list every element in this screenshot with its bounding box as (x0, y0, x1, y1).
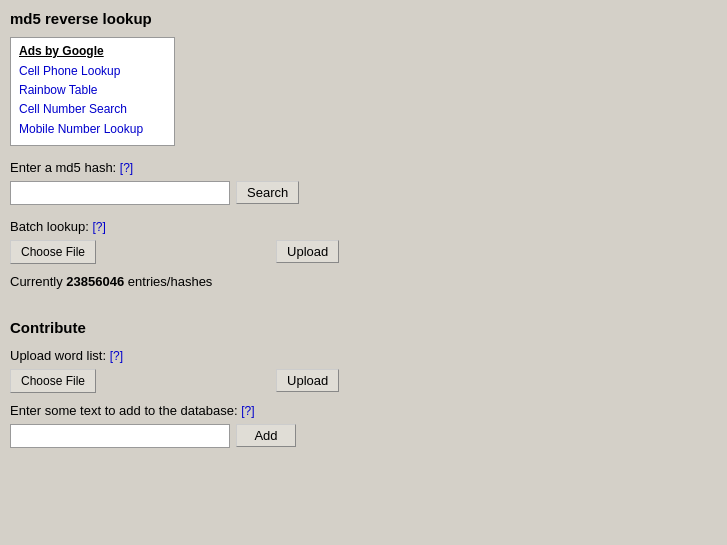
batch-upload-button[interactable]: Upload (276, 240, 339, 263)
add-button[interactable]: Add (236, 424, 296, 447)
add-text-help-link[interactable]: [?] (241, 404, 254, 418)
ads-title: Ads by Google (19, 44, 166, 58)
entries-text: Currently 23856046 entries/hashes (10, 274, 717, 289)
search-input[interactable] (10, 181, 230, 205)
search-label: Enter a md5 hash: [?] (10, 160, 717, 175)
search-button[interactable]: Search (236, 181, 299, 204)
batch-file-row: Choose File Upload (10, 240, 717, 264)
add-text-label: Enter some text to add to the database: … (10, 403, 717, 418)
entries-count: 23856046 (66, 274, 124, 289)
upload-wordlist-label: Upload word list: [?] (10, 348, 717, 363)
page-title: md5 reverse lookup (10, 10, 717, 27)
batch-label: Batch lookup: [?] (10, 219, 717, 234)
ad-link-4[interactable]: Mobile Number Lookup (19, 120, 166, 139)
batch-choose-file-button[interactable]: Choose File (10, 240, 96, 264)
contribute-file-row: Choose File Upload (10, 369, 717, 393)
contribute-title: Contribute (10, 319, 717, 336)
search-row: Search (10, 181, 717, 205)
upload-help-link[interactable]: [?] (110, 349, 123, 363)
ad-link-2[interactable]: Rainbow Table (19, 81, 166, 100)
ad-link-3[interactable]: Cell Number Search (19, 100, 166, 119)
batch-help-link[interactable]: [?] (92, 220, 105, 234)
contribute-section: Contribute Upload word list: [?] Choose … (10, 319, 717, 448)
ad-link-1[interactable]: Cell Phone Lookup (19, 62, 166, 81)
contribute-upload-button[interactable]: Upload (276, 369, 339, 392)
search-help-link[interactable]: [?] (120, 161, 133, 175)
contribute-choose-file-button[interactable]: Choose File (10, 369, 96, 393)
add-text-input[interactable] (10, 424, 230, 448)
add-text-row: Add (10, 424, 717, 448)
ads-box: Ads by Google Cell Phone Lookup Rainbow … (10, 37, 175, 146)
